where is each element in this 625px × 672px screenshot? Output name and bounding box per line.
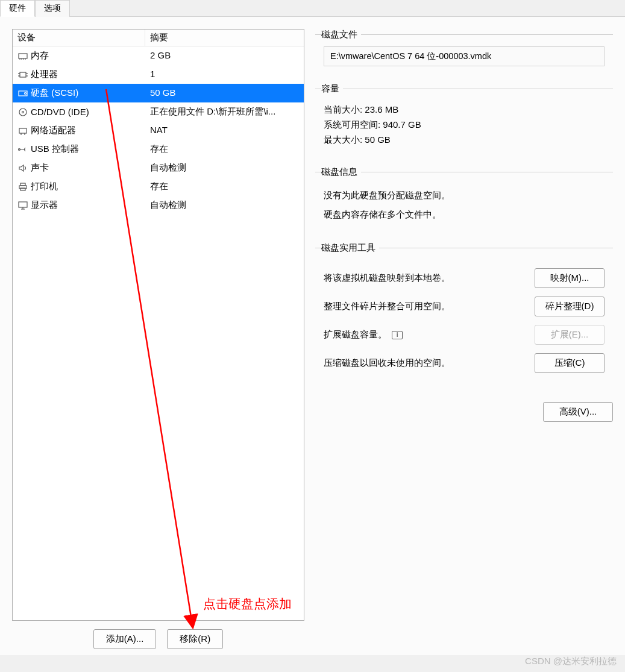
row-disk[interactable]: 硬盘 (SCSI) 50 GB (13, 84, 304, 102)
row-label: USB 控制器 (31, 143, 79, 155)
row-cpu[interactable]: 处理器 1 (13, 65, 304, 84)
diskinfo-group: 磁盘信息 没有为此硬盘预分配磁盘空间。 硬盘内容存储在多个文件中。 (315, 166, 613, 234)
svg-point-13 (22, 111, 24, 113)
capacity-current: 当前大小: 23.6 MB (324, 104, 605, 116)
expand-button: 扩展(E)... (535, 325, 605, 345)
svg-rect-19 (20, 183, 25, 186)
table-header: 设备 摘要 (13, 30, 304, 46)
svg-rect-5 (20, 72, 26, 77)
row-summary: 自动检测 (145, 160, 304, 176)
utilities-legend: 磁盘实用工具 (321, 242, 379, 254)
row-label: 处理器 (31, 69, 58, 80)
display-icon (17, 201, 28, 210)
diskfile-group: 磁盘文件 E:\vmware\CentOS 7 64 位-000003.vmdk (315, 29, 613, 75)
row-usb[interactable]: USB 控制器 存在 (13, 140, 304, 159)
tab-options[interactable]: 选项 (35, 0, 70, 17)
util-defrag-desc: 整理文件碎片并整合可用空间。 (324, 301, 450, 312)
diskfile-legend: 磁盘文件 (321, 29, 361, 40)
left-panel: 设备 摘要 内存 2 GB 处理器 1 硬盘 (12, 29, 304, 649)
row-summary: 2 GB (145, 48, 304, 64)
row-display[interactable]: 显示器 自动检测 (13, 196, 304, 215)
util-compact-row: 压缩磁盘以回收未使用的空间。 压缩(C) (324, 353, 605, 373)
util-expand-row: 扩展磁盘容量。 i 扩展(E)... (324, 325, 605, 345)
svg-rect-21 (19, 202, 27, 207)
device-table: 设备 摘要 内存 2 GB 处理器 1 硬盘 (12, 29, 304, 621)
cpu-icon (17, 70, 28, 80)
diskinfo-legend: 磁盘信息 (321, 166, 361, 178)
row-cdrom[interactable]: CD/DVD (IDE) 正在使用文件 D:\新开班所需\i... (13, 102, 304, 121)
row-summary: 自动检测 (145, 197, 304, 213)
row-summary: NAT (145, 122, 304, 139)
right-panel: 磁盘文件 E:\vmware\CentOS 7 64 位-000003.vmdk… (315, 29, 613, 649)
memory-icon (17, 51, 28, 61)
row-label: 声卡 (31, 162, 49, 174)
utilities-group: 磁盘实用工具 将该虚拟机磁盘映射到本地卷。 映射(M)... 整理文件碎片并整合… (315, 242, 613, 390)
diskinfo-line2: 硬盘内容存储在多个文件中。 (324, 207, 605, 222)
row-memory[interactable]: 内存 2 GB (13, 46, 304, 65)
util-map-row: 将该虚拟机磁盘映射到本地卷。 映射(M)... (324, 268, 605, 288)
compact-button[interactable]: 压缩(C) (535, 353, 605, 373)
advanced-row: 高级(V)... (315, 398, 613, 422)
capacity-max: 最大大小: 50 GB (324, 134, 605, 146)
capacity-legend: 容量 (321, 83, 343, 95)
row-summary: 存在 (145, 178, 304, 195)
row-sound[interactable]: 声卡 自动检测 (13, 159, 304, 177)
tab-hardware[interactable]: 硬件 (0, 0, 35, 17)
util-expand-desc: 扩展磁盘容量。 i (324, 329, 403, 341)
advanced-button[interactable]: 高级(V)... (543, 402, 613, 422)
printer-icon (17, 182, 28, 192)
sound-icon (17, 163, 28, 173)
left-buttons: 添加(A)... 移除(R) (12, 621, 304, 649)
row-label: 硬盘 (SCSI) (31, 87, 78, 99)
row-summary: 1 (145, 66, 304, 83)
row-summary: 存在 (145, 141, 304, 157)
defrag-button[interactable]: 碎片整理(D) (535, 297, 605, 316)
add-button[interactable]: 添加(A)... (93, 629, 157, 649)
header-summary[interactable]: 摘要 (145, 30, 304, 46)
info-icon[interactable]: i (392, 331, 403, 339)
remove-button[interactable]: 移除(R) (167, 629, 223, 649)
row-label: 打印机 (31, 181, 58, 192)
row-label: 内存 (31, 50, 49, 61)
row-label: 网络适配器 (31, 125, 76, 136)
util-compact-desc: 压缩磁盘以回收未使用的空间。 (324, 357, 450, 369)
row-summary: 50 GB (145, 85, 304, 101)
diskfile-path[interactable]: E:\vmware\CentOS 7 64 位-000003.vmdk (324, 46, 605, 66)
usb-icon (17, 145, 28, 154)
diskinfo-line1: 没有为此硬盘预分配磁盘空间。 (324, 187, 605, 203)
disk-icon (17, 89, 28, 98)
row-label: 显示器 (31, 199, 58, 211)
svg-rect-14 (19, 128, 27, 133)
svg-rect-0 (19, 54, 27, 58)
tab-bar: 硬件 选项 (0, 0, 625, 17)
row-label: CD/DVD (IDE) (31, 107, 89, 117)
row-summary: 正在使用文件 D:\新开班所需\i... (145, 104, 304, 120)
capacity-group: 容量 当前大小: 23.6 MB 系统可用空间: 940.7 GB 最大大小: … (315, 83, 613, 158)
content: 设备 摘要 内存 2 GB 处理器 1 硬盘 (0, 16, 625, 655)
row-network[interactable]: 网络适配器 NAT (13, 121, 304, 140)
network-icon (17, 126, 28, 136)
map-button[interactable]: 映射(M)... (535, 268, 605, 288)
util-map-desc: 将该虚拟机磁盘映射到本地卷。 (324, 272, 450, 284)
util-defrag-row: 整理文件碎片并整合可用空间。 碎片整理(D) (324, 297, 605, 316)
cd-icon (17, 107, 28, 117)
capacity-free: 系统可用空间: 940.7 GB (324, 119, 605, 131)
svg-point-11 (25, 92, 27, 94)
row-printer[interactable]: 打印机 存在 (13, 177, 304, 196)
watermark: CSDN @达米安利拉德 (525, 656, 617, 667)
svg-point-12 (19, 108, 27, 116)
header-device[interactable]: 设备 (13, 30, 145, 46)
